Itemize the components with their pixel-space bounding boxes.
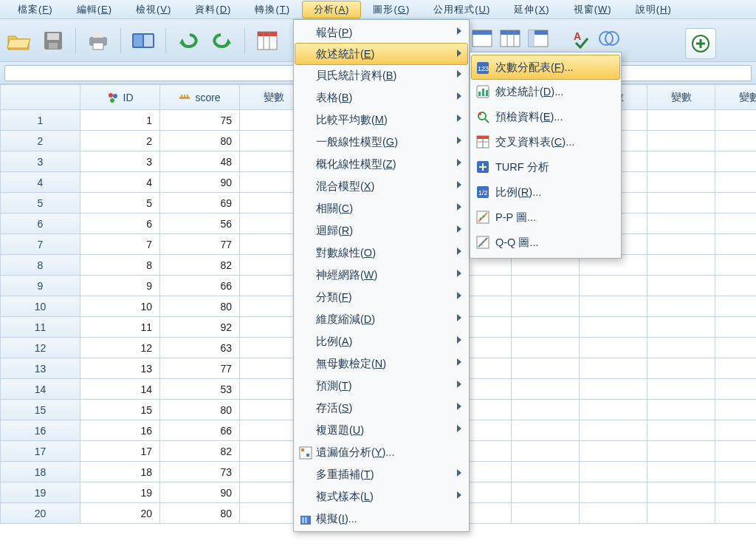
cell-empty[interactable] (647, 420, 715, 441)
cell-empty[interactable] (647, 379, 715, 400)
cell-score[interactable]: 92 (160, 317, 240, 338)
labels-button[interactable]: A (571, 28, 592, 51)
grid-icon-4[interactable] (527, 29, 549, 50)
menu-item[interactable]: 模擬(I)... (295, 508, 467, 530)
cell-empty[interactable] (580, 420, 647, 441)
submenu-item[interactable]: TURF 分析 (472, 154, 619, 180)
cell-id[interactable]: 19 (80, 482, 160, 503)
cell-empty[interactable] (580, 338, 647, 358)
save-button[interactable] (38, 26, 68, 55)
print-button[interactable] (83, 26, 113, 55)
row-header[interactable]: 14 (1, 379, 80, 400)
menu-f[interactable]: 檔案(F) (6, 1, 65, 18)
cell-id[interactable]: 7 (80, 234, 160, 255)
undo-button[interactable] (173, 26, 203, 55)
cell-score[interactable]: 80 (160, 296, 240, 317)
cell-empty[interactable] (715, 110, 757, 131)
cell-empty[interactable] (647, 193, 715, 214)
cell-id[interactable]: 6 (80, 214, 160, 234)
cell-empty[interactable] (715, 214, 757, 234)
cell-empty[interactable] (715, 296, 757, 317)
menu-item[interactable]: 比例(A) (295, 330, 467, 352)
row-header[interactable]: 20 (1, 503, 80, 524)
cell-empty[interactable] (715, 151, 757, 172)
cell-id[interactable]: 9 (80, 276, 160, 296)
cell-empty[interactable] (715, 255, 757, 276)
row-header[interactable]: 3 (1, 151, 80, 172)
column-header-empty[interactable]: 變數 (715, 85, 757, 110)
row-header[interactable]: 13 (1, 358, 80, 379)
cell-score[interactable]: 80 (160, 400, 240, 420)
row-header[interactable]: 2 (1, 131, 80, 151)
row-header[interactable]: 7 (1, 234, 80, 255)
menu-item[interactable]: 相關(C) (295, 197, 467, 219)
menu-item[interactable]: 貝氏統計資料(B) (295, 64, 467, 86)
cell-empty[interactable] (647, 110, 715, 131)
row-header[interactable]: 1 (1, 110, 80, 131)
cell-empty[interactable] (512, 503, 580, 524)
cell-score[interactable]: 66 (160, 276, 240, 296)
cell-empty[interactable] (647, 172, 715, 193)
cell-empty[interactable] (647, 482, 715, 503)
cell-id[interactable]: 3 (80, 151, 160, 172)
menu-item[interactable]: 預測(T) (295, 375, 467, 397)
grid-icon-1[interactable] (252, 26, 282, 55)
cell-empty[interactable] (512, 296, 580, 317)
cell-score[interactable]: 69 (160, 193, 240, 214)
menu-item[interactable]: 表格(B) (295, 86, 467, 109)
cell-empty[interactable] (647, 255, 715, 276)
cell-id[interactable]: 10 (80, 296, 160, 317)
redo-button[interactable] (207, 26, 237, 55)
cell-id[interactable]: 17 (80, 441, 160, 462)
cell-id[interactable]: 11 (80, 317, 160, 338)
cell-id[interactable]: 15 (80, 400, 160, 420)
cell-empty[interactable] (580, 400, 647, 420)
menu-item[interactable]: 混合模型(X) (295, 175, 467, 197)
row-header[interactable]: 6 (1, 214, 80, 234)
cell-empty[interactable] (580, 462, 647, 482)
menu-item[interactable]: 對數線性(O) (295, 242, 467, 264)
submenu-item[interactable]: 交叉資料表(C)... (472, 129, 619, 154)
cell-empty[interactable] (580, 503, 647, 524)
cell-empty[interactable] (580, 379, 647, 400)
cell-empty[interactable] (512, 400, 580, 420)
menu-item[interactable]: 敘述統計(E) (295, 43, 468, 65)
cell-score[interactable]: 53 (160, 379, 240, 400)
cell-empty[interactable] (647, 131, 715, 151)
cell-empty[interactable] (580, 358, 647, 379)
grid-icon-2[interactable] (471, 29, 493, 50)
cell-score[interactable]: 77 (160, 234, 240, 255)
menu-item[interactable]: 概化線性模型(Z) (295, 153, 467, 175)
cell-empty[interactable] (715, 131, 757, 151)
row-header[interactable]: 19 (1, 482, 80, 503)
cell-score[interactable]: 66 (160, 420, 240, 441)
row-header[interactable]: 5 (1, 193, 80, 214)
submenu-item[interactable]: 123次數分配表(F)... (471, 55, 620, 80)
corner-cell[interactable] (1, 85, 80, 110)
menu-item[interactable]: 遺漏值分析(Y)... (295, 441, 467, 463)
cell-empty[interactable] (512, 441, 580, 462)
cell-empty[interactable] (715, 358, 757, 379)
cell-empty[interactable] (512, 317, 580, 338)
cell-id[interactable]: 20 (80, 503, 160, 524)
menu-item[interactable]: 多重插補(T) (295, 463, 467, 485)
cell-id[interactable]: 14 (80, 379, 160, 400)
menu-item[interactable]: 比較平均數(M) (295, 109, 467, 131)
cell-id[interactable]: 5 (80, 193, 160, 214)
cell-empty[interactable] (512, 482, 580, 503)
submenu-item[interactable]: 預檢資料(E)... (472, 104, 619, 129)
cell-empty[interactable] (647, 214, 715, 234)
cell-empty[interactable] (647, 338, 715, 358)
menu-v[interactable]: 檢視(V) (124, 1, 183, 18)
row-header[interactable]: 9 (1, 276, 80, 296)
cell-empty[interactable] (715, 172, 757, 193)
menu-item[interactable]: 迴歸(R) (295, 219, 467, 242)
row-header[interactable]: 11 (1, 317, 80, 338)
cell-id[interactable]: 13 (80, 358, 160, 379)
menu-w[interactable]: 視窗(W) (562, 1, 624, 18)
cell-empty[interactable] (647, 462, 715, 482)
cell-empty[interactable] (647, 234, 715, 255)
cell-score[interactable]: 75 (160, 110, 240, 131)
cell-empty[interactable] (512, 462, 580, 482)
column-header-empty[interactable]: 變數 (647, 85, 715, 110)
